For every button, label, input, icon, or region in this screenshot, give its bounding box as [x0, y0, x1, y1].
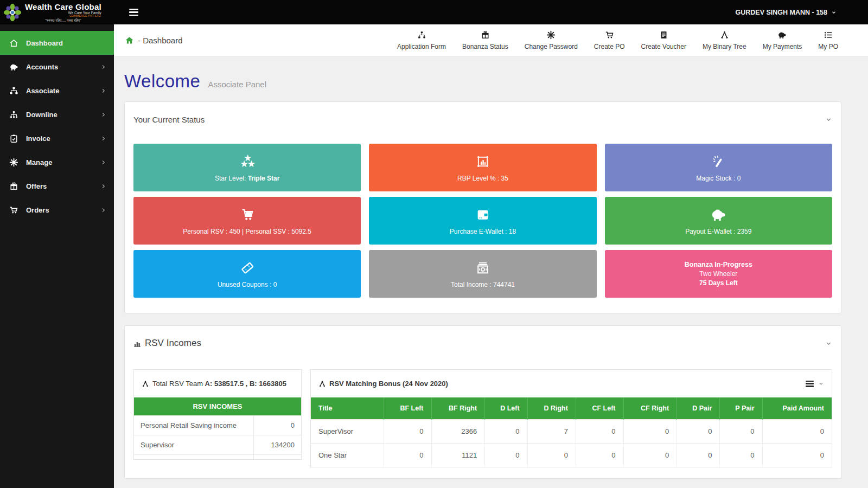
binary-tree-icon [142, 380, 149, 388]
brand-logo[interactable]: Wealth Care Global We Care Your Family C… [0, 0, 114, 24]
rsv-incomes-table: Personal Retail Saving income 0 Supervis… [134, 415, 301, 459]
column-header[interactable]: D Pair [677, 397, 720, 420]
status-card-magic-stock[interactable]: Magic Stock : 0 [605, 144, 832, 191]
cell: 0 [384, 420, 431, 444]
gift-icon [481, 30, 490, 40]
cell: 0 [485, 420, 527, 444]
sidebar-item-dashboard[interactable]: Dashboard [0, 31, 114, 55]
home-icon [9, 38, 18, 48]
flower-logo-icon [3, 3, 22, 22]
sidebar-item-manage[interactable]: Manage [0, 150, 114, 174]
table-header-row: Title BF Left BF Right D Left D Right CF… [311, 397, 832, 420]
column-header[interactable]: D Right [527, 397, 576, 420]
status-card-unused-coupons[interactable]: Unused Coupons : 0 [133, 250, 361, 298]
column-header[interactable]: CF Left [576, 397, 623, 420]
quicknav-my-po[interactable]: My PO [818, 30, 838, 50]
quicknav-my-binary-tree[interactable]: My Binary Tree [703, 30, 746, 50]
quicknav-label: My PO [818, 43, 838, 50]
status-card-rbp-level[interactable]: RBP Level % : 35 [369, 144, 596, 191]
sidebar-item-associate[interactable]: Associate [0, 79, 114, 102]
status-card-total-income[interactable]: Total Income : 744741 [369, 250, 596, 298]
matching-box-title: RSV Matching Bonus (24 Nov 2020) [329, 380, 448, 388]
column-header[interactable]: BF Left [384, 397, 431, 420]
status-card-personal-rsv[interactable]: Personal RSV : 450 | Personal SSV : 5092… [133, 197, 361, 245]
cell: 0 [576, 420, 623, 444]
cell: 0 [720, 420, 762, 444]
chevron-right-icon [100, 88, 106, 94]
quicknav-label: Create Voucher [641, 43, 686, 50]
sidebar-item-accounts[interactable]: Accounts [0, 55, 114, 79]
receipt-icon [659, 30, 668, 40]
quicknav-create-po[interactable]: Create PO [594, 30, 625, 50]
column-header[interactable]: Title [311, 397, 384, 420]
quicknav-change-password[interactable]: Change Password [525, 30, 578, 50]
subheader: - Dashboard Application Form Bonanza Sta… [114, 24, 868, 57]
top-bar: Wealth Care Global We Care Your Family C… [0, 0, 868, 24]
table-row[interactable] [134, 455, 301, 460]
chart-frame-icon [475, 153, 490, 170]
user-menu[interactable]: GURDEV SINGH MANN - 158 [736, 9, 868, 16]
income-value: 0 [253, 416, 301, 435]
quicknav-my-payments[interactable]: My Payments [763, 30, 802, 50]
cart-icon [605, 30, 614, 40]
rsv-incomes-panel: RSV Incomes Total RSV Team A: 538517.5 ,… [124, 325, 841, 479]
status-card-payout-ewallet[interactable]: Payout E-Wallet : 2359 [605, 197, 832, 245]
brand-title: Wealth Care Global [25, 3, 101, 11]
table-row[interactable]: Personal Retail Saving income 0 [134, 416, 301, 435]
table-row[interactable]: Supervisor 134200 [134, 435, 301, 455]
quicknav-bonanza-status[interactable]: Bonanza Status [462, 30, 508, 50]
quicknav-label: My Binary Tree [703, 43, 746, 50]
column-header[interactable]: CF Right [623, 397, 677, 420]
brand-company: COMMERCE PVT. LTD. [25, 15, 101, 18]
income-value: 134200 [253, 435, 301, 455]
sidebar-item-invoice[interactable]: Invoice [0, 126, 114, 150]
status-card-star-level[interactable]: ★★★ Star Level: Triple Star [133, 144, 361, 191]
bar-chart-icon [133, 339, 142, 348]
table-row[interactable]: SuperVisor 0 2366 0 7 0 0 0 0 0 [311, 420, 832, 444]
column-header[interactable]: BF Right [431, 397, 485, 420]
chevron-down-icon[interactable] [825, 340, 832, 347]
cell: 0 [527, 444, 576, 467]
cell: 0 [762, 420, 832, 444]
sidebar-item-downline[interactable]: Downline [0, 102, 114, 126]
chevron-down-icon[interactable] [818, 381, 824, 387]
quicknav-create-voucher[interactable]: Create Voucher [641, 30, 686, 50]
team-box-title: Total RSV Team A: 538517.5 , B: 1663805 [152, 380, 286, 388]
sidebar-item-label: Associate [26, 87, 100, 95]
cell: 2366 [431, 420, 485, 444]
column-header[interactable]: Paid Amount [762, 397, 832, 420]
sidebar-item-label: Downline [26, 111, 100, 119]
status-card-bonanza[interactable]: Bonanza In-Progress Two Wheeler 75 Days … [605, 250, 832, 298]
bonanza-days-left: 75 Days Left [699, 279, 738, 287]
rsv-panel-title: RSV Incomes [133, 338, 201, 349]
binary-tree-icon [720, 30, 729, 40]
breadcrumb-label: - Dashboard [138, 36, 183, 45]
column-header[interactable]: P Pair [720, 397, 762, 420]
sidebar-item-orders[interactable]: Orders [0, 198, 114, 222]
total-rsv-team-box: Total RSV Team A: 538517.5 , B: 1663805 … [133, 369, 302, 460]
cell: 0 [762, 444, 832, 467]
hamburger-icon[interactable] [806, 381, 814, 387]
piggy-bank-icon [9, 62, 18, 72]
org-tree-icon [9, 110, 18, 119]
sidebar-item-offers[interactable]: Offers [0, 174, 114, 198]
hamburger-icon[interactable] [129, 9, 138, 16]
chevron-right-icon [100, 159, 106, 165]
sidebar-item-label: Orders [26, 206, 100, 214]
table-row[interactable]: One Star 0 1121 0 0 0 0 0 0 0 [311, 444, 832, 467]
chevron-down-icon[interactable] [825, 116, 832, 123]
triple-star-icon: ★★★ [240, 153, 254, 170]
magic-wand-icon [711, 153, 726, 170]
list-icon [824, 30, 833, 40]
sidebar-item-label: Invoice [26, 134, 100, 143]
column-header[interactable]: D Left [485, 397, 527, 420]
rsv-incomes-table-title: RSV INCOMES [134, 397, 301, 415]
bonanza-item: Two Wheeler [699, 270, 737, 278]
status-panel-title: Your Current Status [133, 115, 205, 124]
gear-icon [9, 158, 18, 167]
wallet-icon [475, 206, 490, 223]
quicknav-application-form[interactable]: Application Form [397, 30, 446, 50]
status-card-purchase-ewallet[interactable]: Purchase E-Wallet : 18 [369, 197, 596, 245]
breadcrumb[interactable]: - Dashboard [125, 36, 183, 45]
page-subtitle: Associate Panel [208, 80, 266, 89]
